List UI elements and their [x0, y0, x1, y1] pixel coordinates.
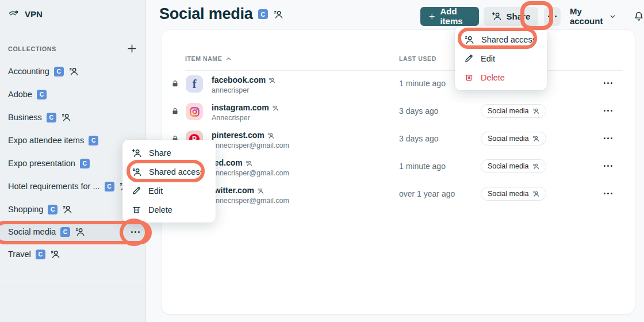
header-context-menu: Shared access Edit Delete	[455, 26, 547, 90]
item-account: annecrisper	[212, 86, 275, 95]
collection-pill[interactable]: Social media	[481, 159, 546, 173]
person-shared-icon	[464, 34, 474, 45]
sidebar-item-more-button[interactable]	[131, 231, 140, 233]
collection-pill[interactable]: Social media	[481, 187, 546, 201]
person-add-icon	[132, 148, 142, 158]
share-person-icon	[492, 11, 502, 21]
menu-item-label: Delete	[481, 73, 505, 82]
table-row[interactable]: P pinterest.com annecrisper@gmail.com 3 …	[162, 125, 635, 153]
last-used: over 1 year ago	[399, 189, 455, 198]
menu-item-delete[interactable]: Delete	[455, 68, 547, 87]
menu-item-label: Delete	[148, 205, 172, 214]
collection-label: Business	[8, 113, 42, 122]
item-account: Annecrisper	[212, 114, 279, 123]
collection-label: Adobe	[8, 90, 32, 99]
sidebar-divider	[0, 286, 145, 286]
collection-pill[interactable]: Social media	[481, 132, 546, 145]
chevron-down-icon	[610, 12, 616, 21]
menu-item-label: Shared access	[149, 167, 204, 177]
menu-item-edit[interactable]: Edit	[122, 181, 216, 200]
collection-badge: C	[54, 67, 64, 76]
collection-label: Shopping	[8, 205, 43, 214]
column-header-item-name[interactable]: ITEM NAME	[185, 55, 232, 62]
shared-icon	[257, 187, 264, 194]
row-more-button[interactable]	[604, 193, 612, 194]
add-collection-button[interactable]	[126, 43, 137, 54]
last-used: 1 minute ago	[399, 162, 446, 171]
add-items-button[interactable]: Add items	[420, 7, 479, 26]
trash-icon	[464, 72, 474, 82]
row-more-button[interactable]	[604, 137, 612, 139]
shared-icon	[246, 160, 252, 167]
item-name: pinterest.com	[212, 131, 264, 141]
shared-icon	[532, 108, 539, 114]
row-more-button[interactable]	[604, 165, 612, 167]
table-row[interactable]: TED ted.com annecrisper@gmail.com 1 minu…	[162, 153, 635, 181]
item-account: annecrisper@gmail.com	[212, 141, 289, 151]
menu-item-delete[interactable]: Delete	[122, 200, 216, 219]
collection-label: Travel	[8, 250, 31, 259]
column-header-last-used: LAST USED	[399, 55, 436, 62]
table-row[interactable]: f facebook.com annecrisper 1 minute ago …	[162, 70, 635, 98]
ellipsis-icon	[548, 16, 557, 17]
row-more-button[interactable]	[604, 110, 612, 112]
table-row[interactable]: instagram.com Annecrisper 3 days ago Soc…	[162, 98, 635, 125]
share-button[interactable]: Share	[484, 7, 539, 26]
items-panel: ITEM NAME LAST USED f facebook.com annec…	[162, 30, 635, 314]
menu-item-label: Share	[149, 148, 171, 158]
pencil-icon	[132, 186, 141, 195]
collection-badge: C	[37, 90, 47, 99]
shared-icon	[532, 135, 539, 142]
collection-badge: C	[36, 250, 45, 259]
shared-icon	[75, 227, 85, 237]
shared-icon	[68, 66, 79, 76]
menu-item-shared-access[interactable]: Shared access	[122, 162, 216, 181]
item-name: instagram.com	[212, 103, 269, 113]
menu-item-edit[interactable]: Edit	[455, 49, 547, 68]
collection-badge: C	[48, 205, 57, 214]
collections-heading: COLLECTIONS	[8, 45, 56, 52]
collection-badge: C	[47, 113, 56, 122]
sort-ascending-icon	[225, 56, 232, 62]
header-more-button[interactable]	[544, 7, 561, 26]
collection-label: Expo presentation	[8, 159, 75, 168]
menu-item-shared-access[interactable]: Shared access	[455, 30, 547, 49]
menu-item-share[interactable]: Share	[122, 143, 216, 162]
notifications-button[interactable]	[633, 10, 644, 22]
item-account: annecrisper@gmail.com	[212, 169, 289, 178]
sidebar-item-adobe[interactable]: Adobe C	[0, 83, 145, 106]
lock-icon	[171, 79, 179, 88]
sidebar-item-accounting[interactable]: Accounting C	[0, 60, 145, 83]
collection-pill[interactable]: Social media	[481, 104, 546, 118]
last-used: 1 minute ago	[399, 79, 446, 88]
facebook-icon: f	[186, 75, 203, 93]
shared-collection-icon	[273, 9, 283, 20]
collection-label: Social media	[8, 227, 56, 236]
collection-badge: C	[105, 182, 114, 191]
shared-icon	[62, 204, 72, 214]
collection-badge: C	[89, 136, 98, 145]
collection-badge: C	[80, 159, 90, 168]
collection-badge: C	[258, 9, 268, 19]
last-used: 3 days ago	[399, 134, 439, 143]
sidebar-item-travel[interactable]: Travel C	[0, 243, 145, 266]
trash-icon	[132, 205, 141, 214]
sidebar-item-business[interactable]: Business C	[0, 106, 145, 129]
pencil-icon	[464, 53, 474, 63]
shared-icon	[272, 105, 279, 112]
table-row[interactable]: t twitter.com annecrisper@gmail.com over…	[162, 181, 635, 208]
collection-context-menu: Share Shared access Edit Delete	[122, 140, 216, 223]
items-table: f facebook.com annecrisper 1 minute ago …	[162, 70, 635, 208]
shared-icon	[50, 249, 60, 259]
account-menu-button[interactable]: My account	[570, 6, 616, 26]
instagram-icon	[186, 103, 203, 120]
collection-badge: C	[60, 227, 70, 237]
item-name: ted.com	[212, 158, 243, 168]
collection-label: Expo attendee items	[8, 136, 84, 145]
sidebar-item-vpn[interactable]: VPN	[0, 0, 145, 20]
bell-icon	[633, 10, 644, 22]
row-more-button[interactable]	[604, 82, 612, 84]
sidebar-item-social-media[interactable]: Social media C	[0, 221, 145, 243]
item-account: annecrisper@gmail.com	[212, 197, 289, 206]
item-name: twitter.com	[212, 186, 254, 196]
